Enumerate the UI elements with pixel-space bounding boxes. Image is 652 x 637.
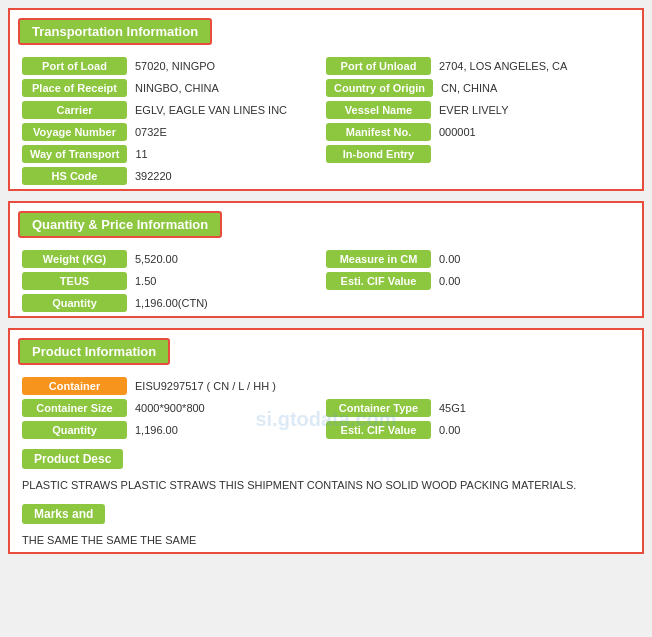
marks-block: Marks and THE SAME THE SAME THE SAME [14,498,638,549]
label-container: Container [22,377,127,395]
row-quantity-prod: Quantity 1,196.00 Esti. CIF Value 0.00 [22,421,630,439]
label-esti-cif-prod: Esti. CIF Value [326,421,431,439]
label-container-type: Container Type [326,399,431,417]
row-voyage: Voyage Number 0732E Manifest No. 000001 [22,123,630,141]
label-port-of-load: Port of Load [22,57,127,75]
field-manifest-no: Manifest No. 000001 [326,123,630,141]
row-teus: TEUS 1.50 Esti. CIF Value 0.00 [22,272,630,290]
value-country-of-origin: CN, CHINA [441,82,630,94]
value-voyage-number: 0732E [135,126,326,138]
value-container: EISU9297517 ( CN / L / HH ) [135,380,630,392]
field-quantity-prod: Quantity 1,196.00 [22,421,326,439]
transportation-section: Transportation Information Port of Load … [8,8,644,191]
label-hs-code: HS Code [22,167,127,185]
value-measure: 0.00 [439,253,630,265]
value-carrier: EGLV, EAGLE VAN LINES INC [135,104,326,116]
product-section: Product Information Container EISU929751… [8,328,644,554]
value-container-size: 4000*900*800 [135,402,326,414]
label-voyage-number: Voyage Number [22,123,127,141]
label-teus: TEUS [22,272,127,290]
row-weight: Weight (KG) 5,520.00 Measure in CM 0.00 [22,250,630,268]
label-way-of-transport: Way of Transport [22,145,127,163]
row-transport: Way of Transport 11 In-bond Entry [22,145,630,163]
value-place-of-receipt: NINGBO, CHINA [135,82,326,94]
field-esti-cif-prod: Esti. CIF Value 0.00 [326,421,630,439]
product-desc-block: Product Desc PLASTIC STRAWS PLASTIC STRA… [14,443,638,494]
label-carrier: Carrier [22,101,127,119]
label-port-of-unload: Port of Unload [326,57,431,75]
value-manifest-no: 000001 [439,126,630,138]
transportation-content: Port of Load 57020, NINGPO Port of Unloa… [10,57,642,185]
row-container: Container EISU9297517 ( CN / L / HH ) [22,377,630,395]
quantity-section: Quantity & Price Information Weight (KG)… [8,201,644,318]
field-way-of-transport: Way of Transport 11 [22,145,326,163]
quantity-content: Weight (KG) 5,520.00 Measure in CM 0.00 … [10,250,642,312]
field-vessel-name: Vessel Name EVER LIVELY [326,101,630,119]
marks-text: THE SAME THE SAME THE SAME [22,532,630,549]
field-weight: Weight (KG) 5,520.00 [22,250,326,268]
label-container-size: Container Size [22,399,127,417]
field-country-of-origin: Country of Origin CN, CHINA [326,79,630,97]
field-container-size: Container Size 4000*900*800 [22,399,326,417]
value-port-of-unload: 2704, LOS ANGELES, CA [439,60,630,72]
field-hs-code: HS Code 392220 [22,167,326,185]
marks-label: Marks and [22,504,105,524]
value-way-of-transport: 11 [135,148,326,160]
field-port-of-unload: Port of Unload 2704, LOS ANGELES, CA [326,57,630,75]
value-hs-code: 392220 [135,170,326,182]
row-port: Port of Load 57020, NINGPO Port of Unloa… [22,57,630,75]
value-teus: 1.50 [135,275,326,287]
transportation-header: Transportation Information [18,18,212,45]
product-content: Container EISU9297517 ( CN / L / HH ) Co… [10,377,642,548]
row-carrier: Carrier EGLV, EAGLE VAN LINES INC Vessel… [22,101,630,119]
value-quantity-prod: 1,196.00 [135,424,326,436]
field-container-type: Container Type 45G1 [326,399,630,417]
value-container-type: 45G1 [439,402,630,414]
label-measure: Measure in CM [326,250,431,268]
row-receipt: Place of Receipt NINGBO, CHINA Country o… [22,79,630,97]
label-esti-cif-qty: Esti. CIF Value [326,272,431,290]
label-vessel-name: Vessel Name [326,101,431,119]
field-teus: TEUS 1.50 [22,272,326,290]
label-in-bond-entry: In-bond Entry [326,145,431,163]
quantity-header: Quantity & Price Information [18,211,222,238]
field-quantity-qty: Quantity 1,196.00(CTN) [22,294,326,312]
label-place-of-receipt: Place of Receipt [22,79,127,97]
row-container-size: Container Size 4000*900*800 Container Ty… [22,399,630,417]
field-measure: Measure in CM 0.00 [326,250,630,268]
label-quantity-qty: Quantity [22,294,127,312]
field-port-of-load: Port of Load 57020, NINGPO [22,57,326,75]
field-esti-cif-qty: Esti. CIF Value 0.00 [326,272,630,290]
field-voyage-number: Voyage Number 0732E [22,123,326,141]
value-weight: 5,520.00 [135,253,326,265]
value-port-of-load: 57020, NINGPO [135,60,326,72]
label-quantity-prod: Quantity [22,421,127,439]
value-esti-cif-qty: 0.00 [439,275,630,287]
field-place-of-receipt: Place of Receipt NINGBO, CHINA [22,79,326,97]
field-in-bond-entry: In-bond Entry [326,145,630,163]
label-weight: Weight (KG) [22,250,127,268]
product-desc-label: Product Desc [22,449,123,469]
product-header: Product Information [18,338,170,365]
value-quantity-qty: 1,196.00(CTN) [135,297,326,309]
field-carrier: Carrier EGLV, EAGLE VAN LINES INC [22,101,326,119]
label-country-of-origin: Country of Origin [326,79,433,97]
row-hs-code: HS Code 392220 [22,167,630,185]
row-quantity-qty: Quantity 1,196.00(CTN) [22,294,630,312]
field-container: Container EISU9297517 ( CN / L / HH ) [22,377,630,395]
value-vessel-name: EVER LIVELY [439,104,630,116]
label-manifest-no: Manifest No. [326,123,431,141]
product-desc-text: PLASTIC STRAWS PLASTIC STRAWS THIS SHIPM… [22,477,630,494]
value-esti-cif-prod: 0.00 [439,424,630,436]
